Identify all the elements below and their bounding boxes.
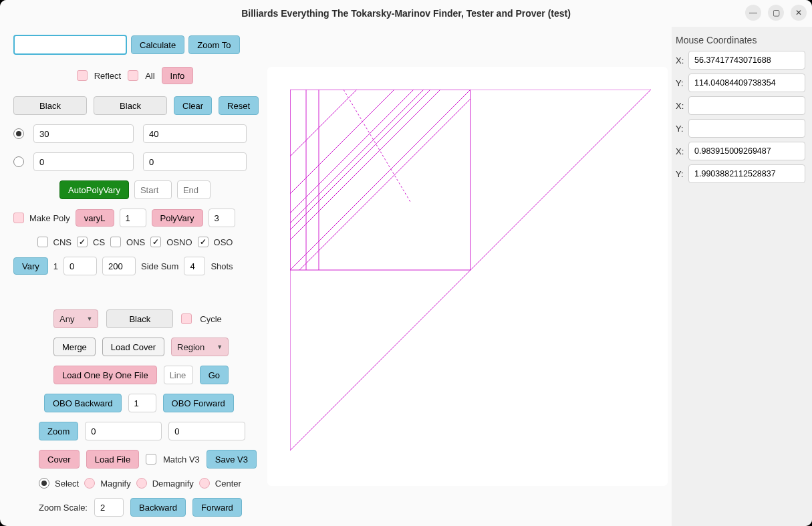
cs-checkbox[interactable] — [77, 237, 88, 247]
obo-index-input[interactable] — [128, 394, 156, 412]
x1-input[interactable] — [688, 51, 805, 70]
y1-input[interactable] — [688, 74, 805, 92]
canvas-area[interactable] — [267, 67, 668, 486]
angle-b2-input[interactable] — [143, 152, 247, 171]
right-panel: Mouse Coordinates X: Y: X: Y: X: Y: — [672, 27, 812, 526]
oso-label: OSO — [214, 237, 233, 247]
cycle-label: Cycle — [200, 314, 222, 324]
black-button-3[interactable]: Black — [106, 309, 173, 328]
svg-line-10 — [290, 90, 470, 270]
angle-radio-2[interactable] — [13, 156, 24, 167]
select-radio[interactable] — [39, 478, 49, 489]
center-label: Center — [215, 479, 241, 489]
minimize-button[interactable]: — — [745, 5, 761, 21]
zoom-scale-label: Zoom Scale: — [39, 503, 88, 513]
zoom-scale-input[interactable] — [94, 498, 124, 517]
magnify-radio[interactable] — [84, 478, 95, 489]
vary-one: 1 — [53, 261, 58, 271]
load-obo-button[interactable]: Load One By One File — [53, 366, 157, 384]
demagnify-radio[interactable] — [136, 478, 147, 489]
angle-b1-input[interactable] — [33, 152, 134, 171]
obo-backward-button[interactable]: OBO Backward — [44, 394, 122, 412]
osno-label: OSNO — [166, 237, 192, 247]
go-button[interactable]: Go — [200, 366, 229, 384]
reset-button[interactable]: Reset — [219, 96, 259, 115]
x2-input[interactable] — [688, 96, 805, 115]
backward-button[interactable]: Backward — [130, 498, 186, 517]
any-dropdown-label: Any — [59, 314, 74, 324]
start-input[interactable] — [134, 180, 172, 199]
black-button-1[interactable]: Black — [13, 96, 87, 115]
y3-label: Y: — [676, 169, 684, 179]
center-radio[interactable] — [199, 478, 210, 489]
x1-label: X: — [676, 55, 684, 65]
vary-l-button[interactable]: varyL — [76, 209, 114, 227]
y2-input[interactable] — [688, 119, 805, 138]
zoom-x-input[interactable] — [85, 422, 162, 440]
line-input[interactable] — [164, 366, 193, 384]
merge-button[interactable]: Merge — [53, 338, 96, 356]
zoom-button[interactable]: Zoom — [39, 422, 78, 440]
calculate-button[interactable]: Calculate — [131, 35, 184, 54]
angle-radio-1[interactable] — [13, 128, 24, 139]
match-v3-checkbox[interactable] — [146, 454, 156, 465]
cns-label: CNS — [53, 237, 72, 247]
any-dropdown[interactable]: Any ▼ — [53, 309, 98, 328]
vary-start-input[interactable] — [63, 257, 97, 275]
info-button[interactable]: Info — [162, 67, 194, 84]
zoom-y-input[interactable] — [168, 422, 245, 440]
window-controls: — ▢ ✕ — [745, 5, 807, 21]
load-file-button[interactable]: Load File — [86, 450, 139, 469]
y2-label: Y: — [676, 124, 684, 134]
cover-button[interactable]: Cover — [39, 450, 80, 469]
vary-end-input[interactable] — [102, 257, 136, 275]
x3-input[interactable] — [688, 142, 805, 160]
make-poly-label: Make Poly — [29, 213, 70, 223]
reflect-label: Reflect — [94, 71, 121, 81]
y3-input[interactable] — [688, 164, 805, 183]
svg-line-4 — [290, 90, 357, 156]
zoom-to-button[interactable]: Zoom To — [188, 35, 239, 54]
svg-line-11 — [299, 99, 470, 270]
all-label: All — [145, 71, 154, 81]
poly-vary-button[interactable]: PolyVary — [152, 209, 203, 227]
oso-checkbox[interactable] — [198, 237, 209, 247]
chevron-down-icon: ▼ — [217, 344, 223, 350]
vary-button[interactable]: Vary — [13, 257, 48, 275]
all-checkbox[interactable] — [128, 70, 138, 81]
forward-button[interactable]: Forward — [192, 498, 242, 517]
svg-line-12 — [344, 90, 410, 202]
select-label: Select — [55, 479, 79, 489]
reflect-checkbox[interactable] — [77, 70, 88, 81]
svg-line-6 — [290, 90, 414, 213]
black-button-2[interactable]: Black — [94, 96, 167, 115]
demagnify-label: Demagnify — [152, 479, 194, 489]
make-poly-checkbox[interactable] — [13, 213, 24, 223]
angle-a1-input[interactable] — [33, 124, 134, 143]
x3-label: X: — [676, 146, 684, 156]
billiard-plot — [290, 90, 655, 454]
poly-vary-input[interactable] — [209, 209, 235, 227]
auto-poly-vary-button[interactable]: AutoPolyVary — [59, 180, 129, 199]
vary-l-input[interactable] — [120, 209, 146, 227]
side-sum-input[interactable] — [184, 257, 205, 275]
angle-a2-input[interactable] — [143, 124, 247, 143]
svg-line-9 — [290, 90, 440, 240]
obo-forward-button[interactable]: OBO Forward — [163, 394, 234, 412]
clear-button[interactable]: Clear — [174, 96, 212, 115]
save-v3-button[interactable]: Save V3 — [207, 450, 257, 469]
osno-checkbox[interactable] — [150, 237, 161, 247]
end-input[interactable] — [177, 180, 211, 199]
close-button[interactable]: ✕ — [791, 5, 807, 21]
app-window: Billiards Everything The Tokarsky-Marino… — [0, 0, 812, 526]
cns-checkbox[interactable] — [37, 237, 48, 247]
side-sum-label: Side Sum — [141, 261, 178, 271]
ons-label: ONS — [126, 237, 145, 247]
titlebar: Billiards Everything The Tokarsky-Marino… — [0, 0, 812, 27]
main-input[interactable] — [13, 35, 127, 55]
maximize-button[interactable]: ▢ — [768, 5, 784, 21]
ons-checkbox[interactable] — [110, 237, 121, 247]
load-cover-button[interactable]: Load Cover — [102, 338, 164, 356]
region-dropdown[interactable]: Region ▼ — [171, 338, 229, 356]
cycle-checkbox[interactable] — [181, 313, 192, 324]
